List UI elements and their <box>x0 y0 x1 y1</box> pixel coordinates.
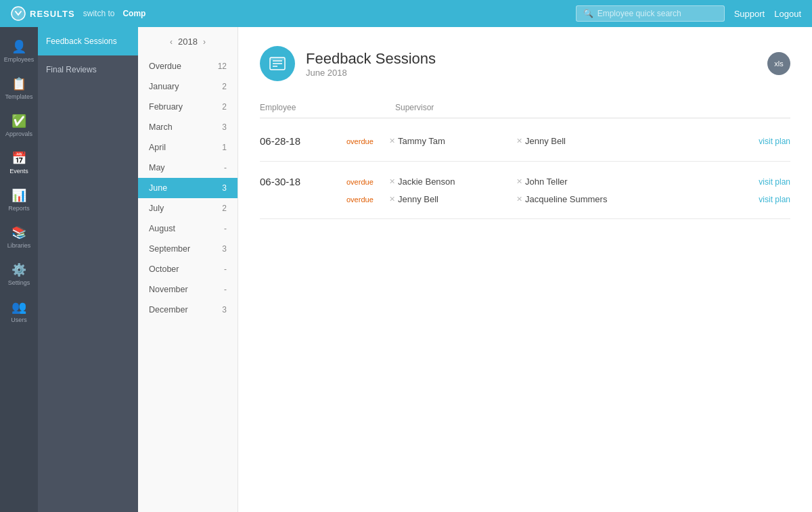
month-name: May <box>149 163 165 172</box>
month-count: 2 <box>222 82 227 91</box>
sidebar-label-reports: Reports <box>8 205 30 212</box>
visit-plan-link[interactable]: visit plan <box>759 177 790 187</box>
month-item-january[interactable]: January 2 <box>138 76 238 97</box>
visit-plan-link[interactable]: visit plan <box>759 137 790 146</box>
templates-icon: 📋 <box>12 76 26 91</box>
sessions-container: 06-28-18overdue✕Tammy Tam✕Jenny Bellvisi… <box>260 121 790 219</box>
month-panel: ‹ 2018 › Overdue 12 January 2 February 2… <box>138 27 238 512</box>
month-item-march[interactable]: March 3 <box>138 117 238 137</box>
month-item-overdue[interactable]: Overdue 12 <box>138 56 238 76</box>
page-title-area: Feedback Sessions June 2018 <box>306 50 436 78</box>
month-count: 2 <box>222 102 227 112</box>
sidebar-label-events: Events <box>9 168 28 174</box>
sidebar-item-events[interactable]: 📅 Events <box>0 144 38 181</box>
session-date: 06-30-18 <box>260 176 341 187</box>
second-panel-item-final-reviews[interactable]: Final Reviews <box>38 55 138 84</box>
visit-plan-link[interactable]: visit plan <box>759 195 790 204</box>
month-count: 2 <box>222 204 227 213</box>
prev-year-arrow[interactable]: ‹ <box>170 37 173 47</box>
sidebar-item-employees[interactable]: 👤 Employees <box>0 32 38 70</box>
session-block: 06-28-18overdue✕Tammy Tam✕Jenny Bellvisi… <box>260 121 790 162</box>
month-count: - <box>224 285 227 294</box>
users-icon: 👥 <box>12 300 26 315</box>
employee-entry: ✕Jackie Benson <box>389 177 511 187</box>
page-header: Feedback Sessions June 2018 xls <box>260 46 790 81</box>
x-icon: ✕ <box>389 195 395 204</box>
month-item-august[interactable]: August - <box>138 218 238 239</box>
next-year-arrow[interactable]: › <box>203 37 206 47</box>
switch-link[interactable]: Comp <box>122 9 145 18</box>
month-item-july[interactable]: July 2 <box>138 198 238 218</box>
supervisor-name: John Teller <box>525 177 568 187</box>
month-item-june[interactable]: June 3 <box>138 178 238 198</box>
month-count: 3 <box>222 244 227 254</box>
x-icon: ✕ <box>389 177 395 186</box>
supervisor-name: Jacqueline Summers <box>525 194 607 204</box>
month-item-april[interactable]: April 1 <box>138 137 238 158</box>
employee-entry: ✕Jenny Bell <box>389 194 511 204</box>
month-item-october[interactable]: October - <box>138 259 238 279</box>
logo-text: RESULTS <box>30 9 75 19</box>
month-item-december[interactable]: December 3 <box>138 300 238 320</box>
sidebar-label-libraries: Libraries <box>7 242 31 249</box>
month-name: July <box>149 204 164 213</box>
topnav-right: 🔍 Support Logout <box>576 5 801 22</box>
employees-icon: 👤 <box>12 39 26 54</box>
month-name: March <box>149 122 173 132</box>
second-panel: Feedback SessionsFinal Reviews <box>38 27 138 512</box>
month-name: December <box>149 305 188 315</box>
status-badge: overdue <box>346 137 384 145</box>
employee-entry: ✕Tammy Tam <box>389 136 511 146</box>
search-input[interactable] <box>597 9 717 18</box>
main-content: Feedback Sessions June 2018 xls Employee… <box>238 27 812 512</box>
sidebar: 👤 Employees 📋 Templates ✅ Approvals 📅 Ev… <box>0 27 38 512</box>
month-item-september[interactable]: September 3 <box>138 239 238 259</box>
month-name: November <box>149 285 188 294</box>
session-block: 06-30-18overdue✕Jackie Benson✕John Telle… <box>260 162 790 219</box>
switch-text: switch to <box>83 9 115 18</box>
xls-button[interactable]: xls <box>767 52 790 75</box>
svg-point-0 <box>12 7 25 20</box>
topnav: RESULTS switch to Comp 🔍 Support Logout <box>0 0 812 27</box>
second-panel-item-feedback-sessions[interactable]: Feedback Sessions <box>38 27 138 55</box>
month-count: 1 <box>222 143 227 152</box>
month-name: April <box>149 143 166 152</box>
month-count: - <box>224 224 227 233</box>
sidebar-item-templates[interactable]: 📋 Templates <box>0 70 38 107</box>
sidebar-item-approvals[interactable]: ✅ Approvals <box>0 107 38 144</box>
employee-name: Jackie Benson <box>398 177 455 187</box>
x-icon: ✕ <box>389 137 395 145</box>
sidebar-item-reports[interactable]: 📊 Reports <box>0 181 38 218</box>
sidebar-label-employees: Employees <box>4 56 35 63</box>
reports-icon: 📊 <box>12 188 26 203</box>
sidebar-item-settings[interactable]: ⚙️ Settings <box>0 256 38 293</box>
month-count: 3 <box>222 122 227 132</box>
employee-name: Jenny Bell <box>398 194 438 204</box>
feedback-icon <box>268 54 287 73</box>
sidebar-item-users[interactable]: 👥 Users <box>0 293 38 330</box>
col-employee-header: Employee <box>260 103 395 112</box>
month-count: 3 <box>222 305 227 315</box>
supervisor-entry: ✕John Teller <box>516 177 665 187</box>
sidebar-label-settings: Settings <box>8 279 30 286</box>
month-item-february[interactable]: February 2 <box>138 97 238 117</box>
sidebar-item-libraries[interactable]: 📚 Libraries <box>0 218 38 256</box>
month-count: - <box>224 163 227 172</box>
logo-icon <box>11 6 26 21</box>
month-count: - <box>224 264 227 274</box>
month-name: August <box>149 224 175 233</box>
month-item-november[interactable]: November - <box>138 279 238 300</box>
logout-link[interactable]: Logout <box>774 9 801 19</box>
status-badge: overdue <box>346 195 384 204</box>
supervisor-entry: ✕Jacqueline Summers <box>516 194 665 204</box>
status-badge: overdue <box>346 178 384 186</box>
month-name: September <box>149 244 190 254</box>
sidebar-label-users: Users <box>11 317 27 323</box>
session-entry-row: overdue✕Jenny Bell✕Jacqueline Summersvis… <box>260 191 790 208</box>
month-name: Overdue <box>149 62 181 71</box>
month-item-may[interactable]: May - <box>138 158 238 178</box>
support-link[interactable]: Support <box>734 9 765 19</box>
search-bar: 🔍 <box>576 5 725 22</box>
month-name: June <box>149 183 167 193</box>
supervisor-entry: ✕Jenny Bell <box>516 136 665 146</box>
